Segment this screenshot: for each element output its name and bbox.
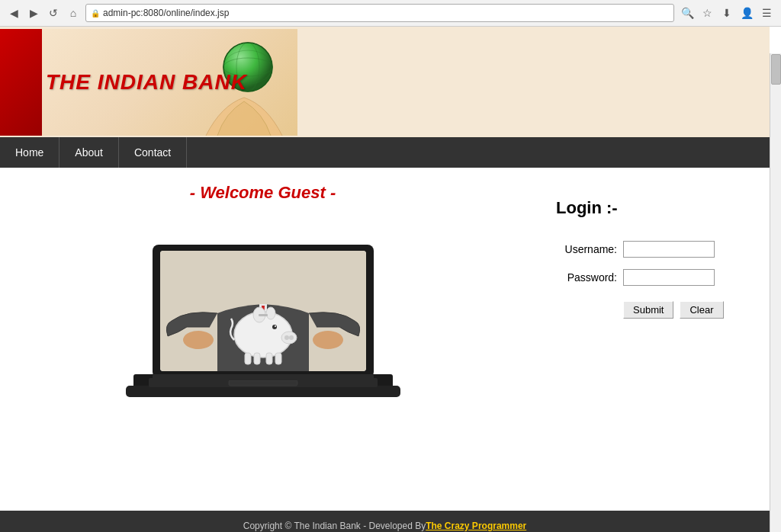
laptop-image [111, 214, 416, 443]
svg-point-22 [275, 325, 276, 327]
browser-toolbar: ◀ ▶ ↺ ⌂ 🔒 admin-pc:8080/online/index.jsp… [0, 0, 781, 27]
username-label: Username: [556, 243, 617, 255]
password-input[interactable] [623, 269, 715, 286]
nav-bar: Home About Contact [0, 137, 770, 168]
login-form: Username: Password: Submit Clear [556, 241, 739, 319]
account-icon[interactable]: 👤 [738, 5, 755, 21]
right-section: Login :- Username: Password: Submit Clea… [525, 175, 770, 503]
back-button[interactable]: ◀ [6, 5, 21, 21]
menu-icon[interactable]: ☰ [758, 5, 775, 21]
svg-rect-24 [245, 353, 251, 364]
main-content: - Welcome Guest - [0, 168, 770, 511]
header-banner: THE INDIAN BANK [0, 29, 297, 136]
nav-contact[interactable]: Contact [119, 137, 187, 168]
refresh-button[interactable]: ↺ [46, 5, 61, 21]
forward-button[interactable]: ▶ [26, 5, 41, 21]
home-button[interactable]: ⌂ [66, 5, 81, 21]
svg-point-21 [272, 325, 277, 329]
login-title: Login :- [556, 198, 739, 218]
footer-link[interactable]: The Crazy Programmer [426, 521, 526, 531]
password-label: Password: [556, 271, 617, 284]
nav-home[interactable]: Home [0, 137, 59, 168]
url-text: admin-pc:8080/online/index.jsp [103, 8, 669, 18]
site-header: THE INDIAN BANK [0, 27, 770, 137]
svg-rect-26 [266, 353, 272, 364]
banner-red-accent [0, 29, 42, 136]
site-footer: Copyright © The Indian Bank - Developed … [0, 511, 770, 532]
lock-icon: 🔒 [91, 9, 100, 18]
svg-point-20 [266, 307, 275, 319]
form-buttons: Submit Clear [556, 301, 739, 319]
scrollbar-thumb[interactable] [771, 54, 781, 85]
svg-rect-28 [153, 374, 374, 380]
browser-actions: 🔍 ☆ ⬇ 👤 ☰ [679, 5, 775, 21]
password-row: Password: [556, 269, 739, 286]
svg-rect-25 [254, 353, 260, 364]
username-row: Username: [556, 241, 739, 258]
submit-button[interactable]: Submit [623, 301, 673, 319]
address-bar[interactable]: 🔒 admin-pc:8080/online/index.jsp [85, 4, 674, 22]
content-area: THE INDIAN BANK Home About Contact - Wel… [0, 27, 770, 532]
svg-rect-23 [259, 314, 268, 316]
download-icon[interactable]: ⬇ [718, 5, 735, 21]
site-title: THE INDIAN BANK [46, 70, 247, 95]
nav-about[interactable]: About [59, 137, 119, 168]
username-input[interactable] [623, 241, 715, 258]
search-icon[interactable]: 🔍 [679, 5, 696, 21]
clear-button[interactable]: Clear [680, 301, 723, 319]
svg-point-13 [183, 331, 214, 349]
footer-copyright: Copyright © The Indian Bank - Developed … [243, 521, 426, 531]
svg-point-18 [289, 335, 294, 340]
left-section: - Welcome Guest - [0, 175, 525, 503]
scrollbar-track[interactable] [770, 53, 781, 532]
welcome-heading: - Welcome Guest - [190, 183, 336, 203]
svg-point-17 [284, 335, 289, 340]
svg-rect-27 [275, 353, 281, 364]
svg-point-14 [313, 331, 343, 349]
svg-rect-6 [126, 386, 400, 397]
svg-rect-8 [229, 380, 297, 386]
star-icon[interactable]: ☆ [699, 5, 715, 21]
